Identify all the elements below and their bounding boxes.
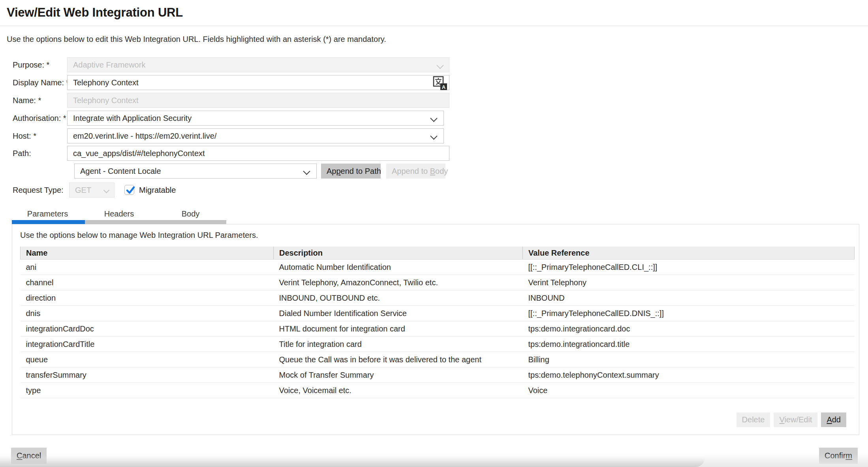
append-to-path-button[interactable]: Append to Path (321, 164, 381, 179)
host-value: em20.verint.live - https://em20.verint.l… (73, 132, 216, 141)
chevron-down-icon (430, 115, 437, 122)
cell-name: transferSummary (21, 367, 274, 383)
cell-name: type (21, 383, 274, 398)
cell-description: Automatic Number Identification (274, 260, 523, 275)
chevron-down-icon (303, 168, 310, 175)
cell-name: integrationCardDoc (21, 321, 274, 337)
confirm-button[interactable]: Confirm (819, 448, 858, 464)
cell-description: INBOUND, OUTBOUND etc. (274, 290, 523, 306)
cell-name: ani (21, 260, 274, 275)
cell-name: direction (21, 290, 274, 306)
panel-actions: Delete View/Edit Add (736, 412, 846, 427)
column-header-name[interactable]: Name (21, 247, 274, 260)
parameters-table-body: aniAutomatic Number Identification[[::_P… (21, 260, 855, 398)
migratable-checkbox[interactable] (124, 185, 134, 195)
purpose-label: Purpose: * (13, 57, 49, 72)
purpose-select: Adaptive Framework (67, 57, 449, 72)
cell-value-reference: INBOUND (523, 290, 855, 306)
name-label: Name: * (13, 93, 41, 108)
panel-note: Use the options below to manage Web Inte… (20, 231, 258, 240)
cell-name: channel (21, 275, 274, 290)
cell-description: Queue the Call was in before it was deli… (274, 352, 523, 367)
column-header-description[interactable]: Description (274, 247, 523, 260)
tab-body[interactable]: Body (155, 208, 226, 220)
cell-value-reference: Verint Telephony (523, 275, 855, 290)
cell-value-reference: [[::_PrimaryTelephoneCallED.DNIS_::]] (523, 306, 855, 321)
cell-value-reference: tps:demo.integrationcard.doc (523, 321, 855, 337)
cell-description: Verint Telephony, AmazonConnect, Twilio … (274, 275, 523, 290)
table-row[interactable]: transferSummaryMock of Transfer Summaryt… (21, 367, 855, 383)
cell-name: integrationCardTitle (21, 337, 274, 352)
purpose-value: Adaptive Framework (73, 60, 145, 70)
delete-button: Delete (736, 412, 770, 427)
table-header-row: Name Description Value Reference (21, 247, 855, 260)
checkmark-icon (125, 185, 136, 196)
name-input (67, 93, 449, 108)
cell-value-reference: Billing (523, 352, 855, 367)
chevron-down-icon (430, 132, 437, 139)
view-edit-button: View/Edit (774, 412, 817, 427)
tab-underline-active (12, 220, 85, 224)
parameters-panel: Use the options below to manage Web Inte… (12, 224, 859, 435)
parameters-table: Name Description Value Reference aniAuto… (20, 247, 855, 398)
table-row[interactable]: integrationCardDocHTML document for inte… (21, 321, 855, 337)
chevron-down-icon (103, 187, 110, 194)
bottom-shadow (0, 458, 705, 467)
tab-parameters[interactable]: Parameters (12, 208, 83, 220)
cell-value-reference: [[::_PrimaryTelephoneCallED.CLI_::]] (523, 260, 855, 275)
cell-value-reference: Voice (523, 383, 855, 398)
svg-text:A: A (442, 84, 446, 90)
cell-description: Mock of Transfer Summary (274, 367, 523, 383)
cell-name: dnis (21, 306, 274, 321)
path-input[interactable] (67, 146, 449, 161)
authorisation-value: Integrate with Application Security (73, 114, 192, 123)
table-row[interactable]: typeVoice, Voicemail etc.Voice (21, 383, 855, 398)
cancel-button[interactable]: Cancel (11, 448, 47, 464)
host-label: Host: * (13, 128, 36, 143)
cell-description: HTML document for integration card (274, 321, 523, 337)
add-button[interactable]: Add (821, 412, 846, 427)
cell-description: Voice, Voicemail etc. (274, 383, 523, 398)
host-select[interactable]: em20.verint.live - https://em20.verint.l… (67, 128, 444, 143)
bottom-gradient (0, 454, 868, 467)
request-type-select: GET (69, 183, 115, 198)
migratable-label: Migratable (139, 183, 176, 198)
page-title: View/Edit Web Integration URL (7, 6, 183, 20)
append-to-body-button: Append to Body (386, 164, 445, 179)
table-row[interactable]: dnisDialed Number Identification Service… (21, 306, 855, 321)
table-row[interactable]: directionINBOUND, OUTBOUND etc.INBOUND (21, 290, 855, 306)
path-label: Path: (13, 146, 31, 161)
table-row[interactable]: channelVerint Telephony, AmazonConnect, … (21, 275, 855, 290)
tab-headers[interactable]: Headers (83, 208, 155, 220)
locale-value: Agent - Content Locale (80, 167, 161, 176)
page-subtitle: Use the options below to edit this Web I… (7, 35, 386, 44)
tab-underline-track (85, 220, 226, 224)
table-row[interactable]: integrationCardTitleTitle for integratio… (21, 337, 855, 352)
table-row[interactable]: queueQueue the Call was in before it was… (21, 352, 855, 367)
cell-description: Dialed Number Identification Service (274, 306, 523, 321)
request-type-label: Request Type: (13, 183, 64, 198)
cell-name: queue (21, 352, 274, 367)
authorisation-select[interactable]: Integrate with Application Security (67, 111, 444, 126)
display-name-label: Display Name: * (13, 75, 69, 90)
translate-icon[interactable]: A (431, 75, 448, 92)
header-divider (0, 26, 868, 26)
cell-value-reference: tps:demo.telephonyContext.summary (523, 367, 855, 383)
view-edit-web-integration-url-dialog: View/Edit Web Integration URL Use the op… (0, 0, 868, 467)
column-header-value-reference[interactable]: Value Reference (523, 247, 855, 260)
cell-description: Title for integration card (274, 337, 523, 352)
chevron-down-icon (436, 62, 443, 69)
display-name-input[interactable] (67, 75, 449, 90)
locale-select[interactable]: Agent - Content Locale (74, 164, 317, 179)
request-type-value: GET (75, 186, 91, 195)
authorisation-label: Authorisation: * (13, 111, 66, 126)
cell-value-reference: tps:demo.integrationcard.title (523, 337, 855, 352)
table-row[interactable]: aniAutomatic Number Identification[[::_P… (21, 260, 855, 275)
